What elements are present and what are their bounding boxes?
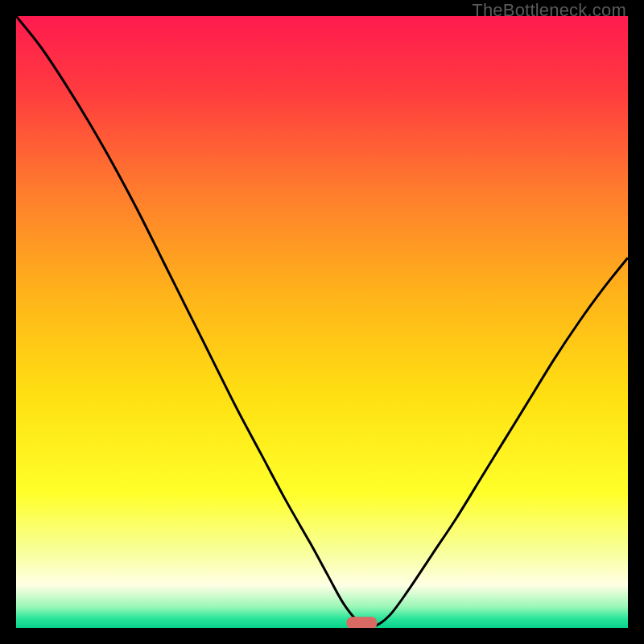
chart-frame <box>16 16 628 628</box>
gradient-background <box>16 16 628 628</box>
watermark-text: TheBottleneck.com <box>472 0 626 21</box>
bottleneck-chart <box>16 16 628 628</box>
optimal-marker <box>346 617 377 628</box>
